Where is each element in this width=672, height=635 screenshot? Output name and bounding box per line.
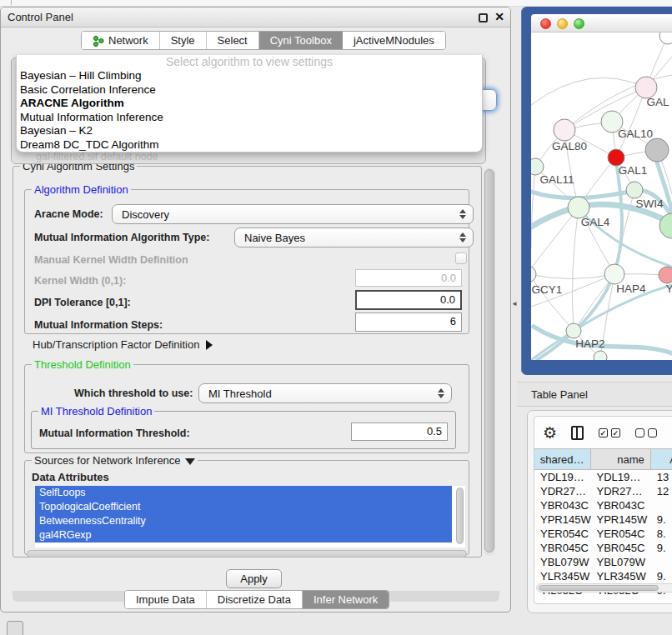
- list-hscrollbar[interactable]: [27, 550, 467, 558]
- data-attributes-list[interactable]: SelfLoopsTopologicalCoefficientBetweenne…: [35, 486, 465, 548]
- chevron-down-icon[interactable]: [185, 458, 195, 465]
- table-cell: YPR145W: [534, 512, 591, 527]
- tab-discretize-data[interactable]: Discretize Data: [207, 591, 303, 608]
- dpi-tolerance-field[interactable]: 0.0: [355, 290, 462, 310]
- mac-minimize-icon[interactable]: [557, 18, 568, 29]
- network-node-y[interactable]: [659, 267, 672, 283]
- bottom-tabbar: Impute DataDiscretize DataInfer Network: [124, 590, 389, 609]
- network-combo-ghost-text: gal-filtered.sif default node: [36, 151, 158, 162]
- table-row[interactable]: YBL079WYBL079W: [534, 555, 672, 569]
- mac-zoom-icon[interactable]: [574, 18, 584, 29]
- tab-cyni-toolbox[interactable]: Cyni Toolbox: [259, 32, 343, 49]
- attribute-item-selected[interactable]: SelfLoops: [35, 486, 452, 500]
- gear-icon[interactable]: ⚙: [543, 423, 557, 442]
- network-node-hap2[interactable]: [566, 323, 581, 338]
- algorithm-option[interactable]: Bayesian – Hill Climbing: [17, 69, 482, 83]
- network-node-gal11[interactable]: [531, 158, 544, 175]
- manual-kernel-checkbox[interactable]: [455, 252, 467, 264]
- tab-style[interactable]: Style: [160, 32, 207, 49]
- list-vscrollbar[interactable]: [456, 488, 464, 544]
- column-header-shared[interactable]: shared…: [534, 449, 591, 469]
- table-hscrollbar-thumb[interactable]: [539, 585, 659, 591]
- table-cell: 9.: [651, 541, 672, 555]
- close-icon[interactable]: ✕: [494, 10, 504, 23]
- hub-definition-label: Hub/Transcription Factor Definition: [33, 338, 199, 351]
- network-edge: [531, 78, 646, 105]
- attribute-item-selected[interactable]: gal4RGexp: [35, 528, 452, 542]
- attribute-item-selected[interactable]: TopologicalCoefficient: [35, 500, 452, 514]
- algorithm-dropdown: Select algorithm to view settings Bayesi…: [16, 55, 483, 152]
- aracne-mode-label: Aracne Mode:: [34, 208, 103, 220]
- table-row[interactable]: YBR045CYBR045C9.: [534, 541, 672, 555]
- cyni-settings-panel: Cyni Algorithm Settings Algorithm Defini…: [13, 166, 482, 558]
- tab-network[interactable]: Network: [82, 32, 160, 49]
- network-node-gal1[interactable]: [608, 149, 624, 166]
- column-header-a[interactable]: A: [651, 449, 672, 469]
- combo-arrows-icon: [456, 232, 469, 242]
- tab-impute-data[interactable]: Impute Data: [125, 591, 207, 608]
- network-node-gal80[interactable]: [554, 119, 575, 141]
- network-node-label: HAP4: [616, 282, 646, 295]
- control-panel-tabbar: NetworkStyleSelectCyni ToolboxjActiveMNo…: [81, 31, 446, 50]
- network-edge: [572, 208, 579, 331]
- table-cell: YBR043C: [534, 498, 591, 512]
- algorithm-option[interactable]: Dream8 DC_TDC Algorithm: [17, 138, 482, 152]
- top-strip-tick: [11, 0, 12, 5]
- network-node-label: GAL80: [552, 140, 587, 152]
- table-cell: [651, 498, 672, 512]
- which-threshold-combo[interactable]: MI Threshold: [198, 383, 452, 403]
- attribute-item-selected[interactable]: BetweennessCentrality: [35, 514, 452, 528]
- checked-pair-icon[interactable]: ✓✓: [599, 428, 620, 438]
- table-hscrollbar[interactable]: [536, 583, 672, 592]
- algorithm-option[interactable]: ARACNE Algorithm: [17, 97, 482, 111]
- tab-select[interactable]: Select: [207, 32, 259, 49]
- network-node-label: GAL10: [618, 128, 653, 140]
- columns-icon[interactable]: [571, 426, 584, 440]
- network-titlebar[interactable]: [531, 14, 672, 32]
- network-node[interactable]: [645, 138, 669, 162]
- tab-label: Select: [218, 34, 248, 47]
- hub-definition-toggle[interactable]: Hub/Transcription Factor Definition: [33, 338, 213, 351]
- table-cell: YLR345W: [591, 569, 651, 583]
- column-header-name[interactable]: name: [591, 449, 651, 469]
- mi-threshold-field[interactable]: 0.5: [351, 422, 448, 441]
- kernel-width-field[interactable]: 0.0: [355, 269, 462, 287]
- tab-label: Infer Network: [313, 593, 378, 606]
- table-cell: YBR043C: [591, 498, 651, 512]
- aracne-mode-combo[interactable]: Discovery: [112, 204, 474, 224]
- float-window-icon[interactable]: [479, 13, 488, 22]
- network-node[interactable]: [659, 32, 672, 44]
- tab-label: Discretize Data: [218, 593, 291, 606]
- settings-scrollbar[interactable]: [484, 168, 495, 556]
- table-toolbar: ⚙ ✓✓: [534, 417, 672, 448]
- mi-steps-field[interactable]: 6: [355, 312, 462, 332]
- mac-close-icon[interactable]: [540, 18, 551, 29]
- apply-button[interactable]: Apply: [226, 569, 282, 588]
- network-node-gcy1[interactable]: [531, 266, 536, 282]
- table-row[interactable]: YDL19…YDL19…13: [534, 470, 672, 484]
- table-row[interactable]: YDR27…YDR27…12: [534, 484, 672, 498]
- tab-jactivemnodules[interactable]: jActiveMNodules: [343, 32, 445, 49]
- table-row[interactable]: YLR345WYLR345W9.: [534, 569, 672, 583]
- unchecked-pair-icon[interactable]: [635, 428, 657, 438]
- algorithm-option[interactable]: Mutual Information Inference: [17, 111, 482, 125]
- table-header-row: shared…nameA: [534, 448, 672, 470]
- mi-type-combo[interactable]: Naive Bayes: [234, 228, 474, 248]
- network-node-swi4[interactable]: [626, 182, 643, 198]
- algorithm-option[interactable]: Basic Correlation Inference: [17, 83, 482, 98]
- tab-label: Network: [108, 34, 148, 47]
- table-cell: YDR27…: [534, 484, 591, 498]
- network-node[interactable]: [594, 351, 607, 360]
- network-node-hap4[interactable]: [604, 264, 624, 284]
- dpi-tolerance-label: DPI Tolerance [0,1]:: [34, 297, 131, 308]
- algorithm-option[interactable]: Bayesian – K2: [17, 124, 482, 138]
- network-canvas[interactable]: GALGAL80GAL10GAL1GAL11GAL4SWI4HAP4YGCY1H…: [531, 32, 672, 360]
- tab-infer-network[interactable]: Infer Network: [303, 591, 389, 608]
- network-graph: GALGAL80GAL10GAL1GAL11GAL4SWI4HAP4YGCY1H…: [531, 32, 672, 360]
- settings-scrollbar-thumb[interactable]: [484, 169, 494, 552]
- mouse-cursor: ◄: [511, 300, 518, 308]
- minimized-panel-icon[interactable]: [7, 621, 23, 635]
- table-row[interactable]: YBR043CYBR043C: [534, 498, 672, 512]
- table-row[interactable]: YPR145WYPR145W9.: [534, 512, 672, 527]
- table-row[interactable]: YER054CYER054C8.: [534, 527, 672, 541]
